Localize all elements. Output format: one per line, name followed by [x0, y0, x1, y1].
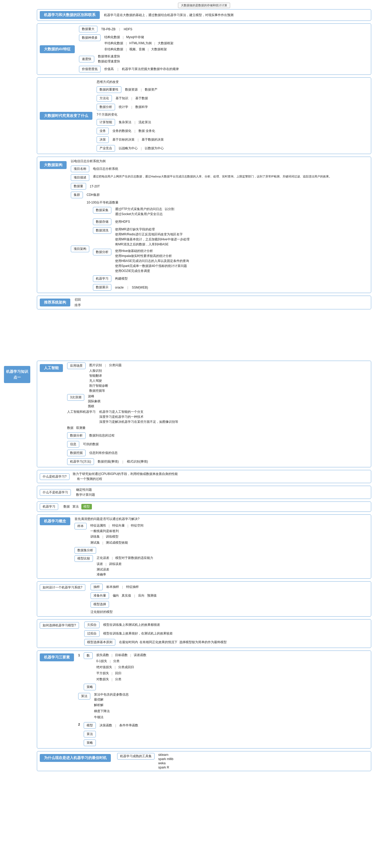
- ml-algo-2: 最优解: [94, 698, 129, 702]
- arch-collect-1: 通过FTP方式采集用户的访问日志 以分割: [115, 207, 174, 211]
- ai-dataanalysis-val: 数据到信息的过程: [89, 433, 115, 438]
- design-model-label: 模型选择: [91, 601, 109, 608]
- arch-analyze-3: 使用HBASE完成访问日志的入库以及固定条件的查询: [115, 259, 189, 263]
- ml-sample-8: 测试成模型效能: [106, 540, 128, 545]
- ai-ml-method-2: 模式识别(事情): [127, 459, 148, 464]
- ai-app-label: 应用场景: [67, 363, 86, 369]
- change-d1: 基于目标的决策: [113, 137, 134, 142]
- design-vector-label: 准备向量: [91, 592, 109, 599]
- v2-sep4: |: [126, 48, 127, 51]
- v2-sep1: |: [123, 35, 123, 39]
- ai-info-label: 信息: [67, 441, 79, 447]
- ml-concept-q: 首先满清楚的问题是否可以通过机器学习解决?: [74, 517, 139, 521]
- arch-pdesc-val: 通过把电信用户上网所产生的日志数据，通过Hadoop大数据平台完成日志数据的入库…: [93, 174, 332, 179]
- v2-label: 数据种类多: [79, 34, 101, 41]
- change-m2: 基于数据: [135, 96, 148, 100]
- ai-mining-val: 信息到有价值的信息: [89, 451, 118, 455]
- v3-v1: 数据增长速度快: [98, 54, 120, 59]
- ml-algo-label: 算法: [78, 693, 90, 700]
- ai-dataanalysis-label: 数据分析: [67, 432, 86, 439]
- arch-pdesc-label: 项目描述: [71, 174, 89, 181]
- arch-display-label: 数据展示: [93, 284, 112, 291]
- change-a2: 数据科学: [135, 105, 148, 109]
- ml-three-group2-label: 2: [78, 723, 80, 726]
- ml-algo-4: 梯度下降法: [94, 709, 110, 713]
- change-b2: 数据 业务化: [138, 129, 155, 133]
- v1-sep: |: [119, 27, 120, 31]
- design-sample-2: 特征抽样: [126, 585, 139, 589]
- ai-data: 数据 双测量: [67, 426, 86, 430]
- not-ml-2: 数学计算问题: [76, 493, 95, 497]
- arch-store-val: 使用HDFS: [115, 220, 130, 224]
- best-time-tools-label: 机器学习成熟的工具集: [117, 753, 155, 760]
- main-ml-label: 机器学习知识点一: [4, 366, 30, 383]
- underfitting-label: 欠拟合: [84, 622, 99, 628]
- change-decision: 决策: [97, 136, 109, 143]
- arch-analyze-5: 使用OOZIE完成任务调度: [115, 269, 189, 273]
- ml-three-title: 机器学习三要素: [40, 653, 74, 661]
- ai-ml-method-sep: |: [122, 460, 123, 464]
- what-ml-desc: 致力于研究如何通过CPU和GPU的手段，利用经验或数据来改善自身的性能: [73, 472, 178, 476]
- v2-sep5: |: [148, 48, 149, 51]
- arch-ml-val: 构建模型: [115, 276, 128, 281]
- ml-num-1: 损失函数: [96, 653, 109, 657]
- change-c1: 集杂算法: [119, 120, 131, 125]
- ml-num-4: 0-1损失: [96, 659, 107, 663]
- arch-analyze-label: 数据分析: [93, 249, 112, 255]
- page: 大数据做的是数据的存储和统计计算 机器学习和大数据的区别和联系 机器学习是在大数…: [0, 0, 377, 868]
- ai-app-5: 无人驾驶: [89, 379, 122, 383]
- arch-store-label: 数据存储: [93, 218, 112, 225]
- what-ml-label: 什么是机器学习?: [40, 473, 69, 480]
- ai-info-val: 可供的数据: [83, 442, 99, 446]
- ml-sample-5: 训练集: [90, 534, 100, 539]
- change-b1: 业务的数据化: [113, 129, 131, 133]
- recommend-rank: 排序: [74, 303, 81, 308]
- ml-compare-5: 测试误差: [97, 567, 153, 572]
- ml-strategy-1: 策略: [84, 684, 96, 690]
- ai-wave-label: 3次浪潮: [67, 394, 84, 401]
- v2-r2-1: 半结构化数据: [104, 41, 123, 45]
- ai-app-7: 数据挖掘等: [89, 389, 122, 393]
- ml-compare-4: 训练误差: [109, 562, 122, 566]
- ml-sample-6: 训练模型: [106, 534, 119, 539]
- ai-ml-method-label: 机器学习(方法): [67, 458, 94, 465]
- recommend-recall: 召回: [74, 298, 81, 302]
- design-vector-1: 偏向 真实值: [113, 593, 131, 598]
- arch-collect-2: 通过Socket方式采集用户安全日志: [115, 212, 174, 216]
- change-i1: 以战略为中心: [119, 146, 138, 151]
- v3-v2: 数据处理速度快: [98, 59, 120, 64]
- best-tool-1: sklearn: [158, 753, 173, 757]
- change-c2: 流处算法: [138, 120, 151, 125]
- best-tool-4: spark R: [158, 766, 173, 769]
- change-a1: 统计学: [119, 105, 128, 109]
- bigdata-storage-note: 大数据做的是数据的存储和统计计算: [178, 3, 230, 8]
- arch-clean-2: 使用MR/Redis进行正反流地区码改变为地区名字: [115, 232, 190, 237]
- v2-sep3: |: [154, 41, 155, 45]
- change-i2: 以数据为中心: [145, 146, 164, 151]
- ml-bigdata-desc: 机器学习是在大数据的基础上，通过数据结合机器学习算法，建立模型，对现实事件作出预…: [104, 13, 233, 18]
- ml-compare-2: 模型对于新数据的适应能力: [115, 556, 153, 560]
- change-b-sep: |: [134, 129, 135, 133]
- ai-ml-rel-2: 深度学习是机器学习的一种技术: [99, 415, 178, 419]
- design-sample-label: 抽样: [91, 584, 103, 590]
- change-m-sep: |: [131, 97, 132, 100]
- v2-r1-2: Mysql中存储: [126, 35, 144, 39]
- ml-num-label: 数: [84, 652, 93, 659]
- arch-clean-4: 将MR清洗之后的数据，入库到HBASE: [115, 242, 190, 247]
- ml-algo-3: 解析解: [94, 703, 103, 707]
- ai-ml-method-1: 数据挖掘(事情): [98, 459, 119, 464]
- arch-display-sep: |: [127, 286, 128, 289]
- arch-ml-label: 机器学习: [93, 275, 112, 282]
- arch-display-ssm: SSM(WEB): [132, 286, 148, 289]
- ai-app-3: 人脸识别: [89, 369, 122, 373]
- ai-title: 人工智能: [40, 364, 63, 372]
- ml-model2-label: 模型: [84, 722, 96, 729]
- ml-three-group1-label: 1: [78, 653, 80, 657]
- arch-clean-1: 使用MR进行缺失字段的处理: [115, 227, 190, 232]
- ml-num-6: 绝对值损失: [96, 665, 112, 670]
- ml-sample-7: 测试集: [90, 540, 100, 545]
- ml-sample-3: 特征空间: [131, 523, 144, 528]
- arch-pname-val: 电信日志分析系统: [93, 167, 118, 171]
- ai-ml-rel-label: 人工智能和机器学习: [67, 410, 96, 414]
- ml-sample-2: 特征向量: [112, 523, 125, 528]
